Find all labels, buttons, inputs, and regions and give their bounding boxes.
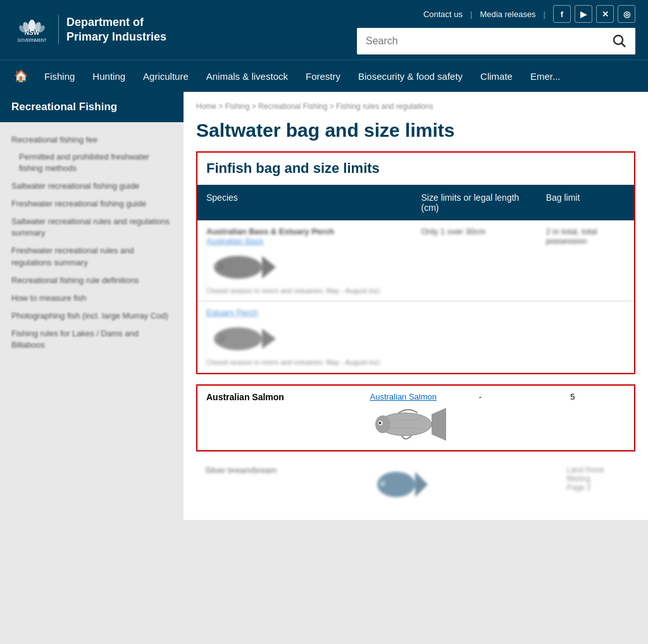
- facebook-icon[interactable]: f: [553, 5, 571, 23]
- bass-species-cell: Australian Bass & Estuary Perch Australi…: [197, 220, 413, 301]
- search-button[interactable]: [604, 28, 635, 54]
- section-title: Finfish bag and size limits: [197, 153, 634, 185]
- sidebar-links: Recreational fishing fee Permitted and p…: [0, 127, 184, 358]
- partial-species-cell: Silver bream/bream: [196, 459, 362, 510]
- salmon-table: Australian Salmon Australian Salmon: [197, 386, 634, 450]
- svg-line-9: [621, 43, 625, 47]
- partial-table: Silver bream/bream Land those fillet: [196, 459, 635, 510]
- col-header-size: Size limits or legal length (cm): [413, 185, 537, 220]
- nav-item-agriculture[interactable]: Agriculture: [134, 62, 197, 91]
- sidebar-link-freshwater-guide[interactable]: Freshwater recreational fishing guide: [0, 195, 184, 213]
- estuary-bag-cell: [537, 301, 634, 373]
- sidebar-link-saltwater-rules[interactable]: Saltwater recreational rules and regulat…: [0, 213, 184, 242]
- svg-marker-11: [262, 256, 276, 279]
- nav-item-fishing[interactable]: Fishing: [35, 62, 84, 91]
- nsw-logo: NSW GOVERNMENT: [13, 11, 51, 49]
- salmon-size-cell: -: [470, 386, 561, 450]
- search-icon: [613, 34, 626, 48]
- sidebar-link-photo[interactable]: Photographing fish (incl. large Murray C…: [0, 307, 184, 325]
- media-releases-link[interactable]: Media releases: [480, 9, 535, 19]
- svg-marker-16: [262, 329, 276, 349]
- separator-2: |: [544, 9, 545, 19]
- sidebar-link-definitions[interactable]: Recreational fishing rule definitions: [0, 272, 184, 289]
- partial-row-section: Silver bream/bream Land those fillet: [196, 459, 635, 510]
- main-nav: 🏠 Fishing Hunting Agriculture Animals & …: [0, 60, 648, 92]
- partial-size-cell: [466, 459, 558, 510]
- nav-item-forestry[interactable]: Forestry: [297, 62, 349, 91]
- estuary-size-cell: [413, 301, 537, 373]
- australian-salmon-section: Australian Salmon Australian Salmon: [196, 384, 635, 451]
- contact-link[interactable]: Contact us: [423, 9, 463, 19]
- breadcrumb: Home > Fishing > Recreational Fishing > …: [196, 102, 635, 111]
- table-header-row: Species Size limits or legal length (cm)…: [197, 185, 634, 220]
- salmon-species-name-cell: Australian Salmon: [197, 386, 361, 450]
- sidebar: Recreational Fishing Recreational fishin…: [0, 92, 184, 520]
- col-header-bag: Bag limit: [537, 185, 634, 220]
- partial-fish-image: [371, 465, 428, 503]
- nav-item-hunting[interactable]: Hunting: [84, 62, 134, 91]
- nsw-logo-svg: NSW GOVERNMENT: [15, 13, 49, 47]
- nav-item-climate[interactable]: Climate: [471, 62, 521, 91]
- svg-point-25: [378, 422, 381, 424]
- partial-bag-cell: Land those filletingPage 2: [558, 459, 635, 510]
- col-header-species: Species: [197, 185, 413, 220]
- partial-fish-image-cell: [362, 459, 466, 510]
- table-row-bass: Australian Bass & Estuary Perch Australi…: [197, 220, 634, 301]
- sidebar-link-lakes[interactable]: Fishing rules for Lakes / Dams and Billa…: [0, 325, 184, 354]
- svg-marker-22: [432, 408, 446, 441]
- table-row-salmon: Australian Salmon Australian Salmon: [197, 386, 634, 450]
- search-input[interactable]: [357, 29, 604, 53]
- site-header: NSW GOVERNMENT Department of Primary Ind…: [0, 0, 648, 92]
- content-wrapper: Recreational Fishing Recreational fishin…: [0, 92, 648, 520]
- sidebar-link-rec-fee[interactable]: Recreational fishing fee: [0, 131, 184, 149]
- finfish-table-section: Finfish bag and size limits Species Size…: [196, 151, 635, 374]
- svg-point-14: [215, 264, 216, 265]
- estuary-fish-image: [206, 321, 276, 356]
- sidebar-link-permitted[interactable]: Permitted and prohibited freshwater fish…: [0, 149, 184, 177]
- bass-bag-cell: 2 in total, total possession: [537, 220, 634, 301]
- page-title: Saltwater bag and size limits: [196, 120, 635, 141]
- header-top: NSW GOVERNMENT Department of Primary Ind…: [0, 0, 648, 60]
- bass-species-link[interactable]: Australian Bass: [206, 236, 404, 246]
- salmon-bag-cell: 5: [561, 386, 634, 450]
- logo-area: NSW GOVERNMENT Department of Primary Ind…: [13, 11, 166, 49]
- bass-fish-image: [206, 249, 276, 284]
- svg-point-8: [614, 35, 623, 44]
- top-links: Contact us | Media releases | f ▶ ✕ ◎: [423, 5, 635, 23]
- fish-table: Species Size limits or legal length (cm)…: [197, 185, 634, 373]
- main-content: Home > Fishing > Recreational Fishing > …: [184, 92, 648, 520]
- sidebar-link-measure[interactable]: How to measure fish: [0, 289, 184, 307]
- twitter-icon[interactable]: ✕: [596, 5, 614, 23]
- instagram-icon[interactable]: ◎: [618, 5, 635, 23]
- header-right: Contact us | Media releases | f ▶ ✕ ◎: [357, 5, 635, 54]
- nav-item-emergency[interactable]: Emer...: [521, 62, 570, 91]
- salmon-fish-image: [370, 405, 446, 443]
- nav-item-biosecurity[interactable]: Biosecurity & food safety: [349, 62, 471, 91]
- nav-item-animals-livestock[interactable]: Animals & livestock: [197, 62, 297, 91]
- svg-point-23: [375, 415, 390, 433]
- department-name: Department of Primary Industries: [58, 15, 166, 45]
- sidebar-link-freshwater-rules[interactable]: Freshwater recreational rules and regula…: [0, 242, 184, 271]
- svg-text:GOVERNMENT: GOVERNMENT: [17, 37, 46, 42]
- partial-table-row: Silver bream/bream Land those fillet: [196, 459, 635, 510]
- svg-marker-27: [415, 472, 428, 497]
- bass-size-cell: Only 1 over 30cm: [413, 220, 537, 301]
- youtube-icon[interactable]: ▶: [575, 5, 592, 23]
- bass-closed-season: Closed season in rivers and estuaries: M…: [206, 287, 404, 294]
- social-icons: f ▶ ✕ ◎: [553, 5, 635, 23]
- sidebar-link-saltwater-guide[interactable]: Saltwater recreational fishing guide: [0, 177, 184, 195]
- svg-point-18: [215, 336, 218, 339]
- salmon-species-link[interactable]: Australian Salmon: [370, 392, 461, 401]
- svg-point-13: [214, 263, 218, 267]
- svg-point-3: [28, 20, 35, 31]
- estuary-species-link[interactable]: Estuary Perch: [206, 308, 404, 317]
- estuary-species-cell: Estuary Perch Closed season in rivers an…: [197, 301, 413, 373]
- svg-point-19: [215, 336, 216, 338]
- estuary-closed-season: Closed season in rivers and estuaries: M…: [206, 358, 404, 366]
- search-bar: [357, 28, 635, 54]
- home-nav-icon[interactable]: 🏠: [6, 60, 35, 92]
- sidebar-title: Recreational Fishing: [0, 92, 184, 122]
- bass-species-name: Australian Bass & Estuary Perch: [206, 227, 334, 236]
- svg-point-29: [380, 481, 383, 484]
- salmon-species-image-cell: Australian Salmon: [361, 386, 470, 450]
